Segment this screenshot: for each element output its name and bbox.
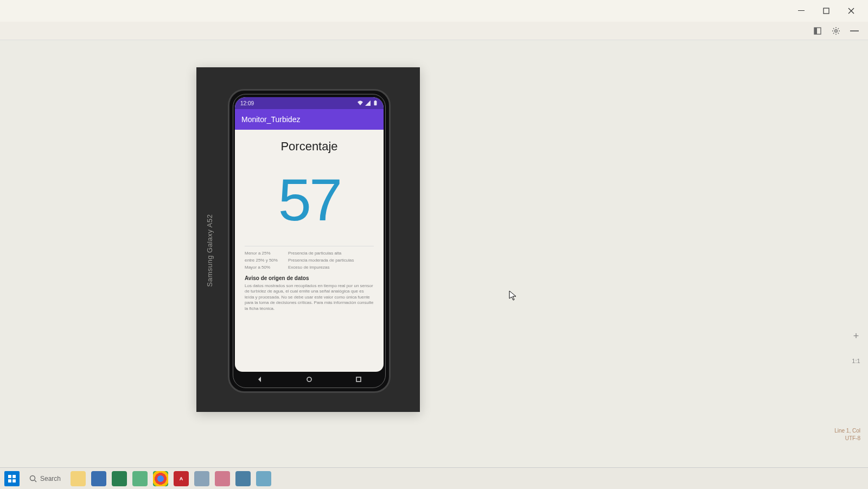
ide-status-text: Line 1, Col UTF-8 bbox=[834, 427, 860, 442]
svg-point-11 bbox=[307, 377, 311, 382]
app-title: Monitor_Turbidez bbox=[241, 115, 300, 124]
taskbar-app-4[interactable] bbox=[194, 471, 209, 486]
legend-table: Menor a 25% Presencia de particulas alta… bbox=[245, 246, 374, 270]
legend-desc: Presencia de particulas alta bbox=[288, 251, 374, 256]
svg-rect-15 bbox=[8, 479, 11, 482]
device-frame: Samsung Galaxy A52 12:09 bbox=[196, 67, 420, 412]
status-time: 12:09 bbox=[240, 100, 254, 106]
svg-rect-10 bbox=[375, 100, 376, 101]
phone-screen: 12:09 Monitor_Turbidez Porcentaje bbox=[235, 97, 384, 372]
battery-icon bbox=[373, 100, 378, 106]
legend-row: Mayor a 50% Exceso de impurezas bbox=[245, 265, 374, 270]
taskbar-app-2[interactable] bbox=[112, 471, 127, 486]
svg-rect-0 bbox=[798, 10, 805, 11]
minimize-panel-icon[interactable] bbox=[845, 23, 864, 39]
taskbar-app-6[interactable] bbox=[235, 471, 251, 486]
preview-stage: Samsung Galaxy A52 12:09 bbox=[0, 40, 868, 467]
device-label: Samsung Galaxy A52 bbox=[206, 214, 214, 287]
taskbar-app-5[interactable] bbox=[215, 471, 230, 486]
svg-rect-1 bbox=[824, 8, 829, 14]
android-statusbar: 12:09 bbox=[235, 97, 384, 109]
home-button[interactable] bbox=[306, 375, 312, 385]
editor-toolbar bbox=[0, 22, 868, 40]
windows-taskbar: Search A bbox=[0, 467, 868, 489]
notice-title: Aviso de origen de datos bbox=[245, 275, 374, 281]
android-navbar bbox=[235, 373, 384, 387]
search-label: Search bbox=[40, 475, 61, 482]
taskbar-app-3[interactable] bbox=[132, 471, 148, 486]
status-icons bbox=[358, 100, 378, 106]
svg-rect-9 bbox=[374, 101, 377, 105]
signal-icon bbox=[365, 100, 371, 106]
svg-point-17 bbox=[30, 475, 35, 480]
settings-icon[interactable] bbox=[827, 23, 845, 39]
phone-side-button bbox=[390, 161, 391, 188]
notice-body: Los datos mostrados son recopilados en t… bbox=[245, 283, 374, 312]
zoom-controls: + 1:1 bbox=[850, 329, 863, 364]
legend-row: entre 25% y 50% Presencia moderada de pa… bbox=[245, 258, 374, 263]
svg-rect-13 bbox=[8, 475, 11, 478]
app-window: Samsung Galaxy A52 12:09 bbox=[0, 0, 868, 489]
ide-status-line: Line 1, Col bbox=[834, 427, 860, 435]
legend-threshold: entre 25% y 50% bbox=[245, 258, 283, 263]
window-titlebar bbox=[0, 0, 868, 22]
taskbar-search[interactable]: Search bbox=[25, 473, 65, 485]
ide-status-encoding: UTF-8 bbox=[834, 435, 860, 442]
back-button[interactable] bbox=[257, 375, 263, 385]
legend-threshold: Mayor a 50% bbox=[245, 265, 283, 270]
app-content: Porcentaje 57 Menor a 25% Presencia de p… bbox=[235, 130, 384, 372]
recents-button[interactable] bbox=[355, 375, 362, 385]
taskbar-app-1[interactable] bbox=[91, 471, 106, 486]
zoom-fit-button[interactable]: 1:1 bbox=[852, 358, 860, 364]
minimize-button[interactable] bbox=[789, 2, 814, 20]
search-icon bbox=[29, 475, 37, 482]
data-origin-notice: Aviso de origen de datos Los datos mostr… bbox=[245, 275, 374, 312]
svg-rect-3 bbox=[814, 28, 817, 34]
legend-threshold: Menor a 25% bbox=[245, 251, 283, 256]
svg-rect-14 bbox=[12, 475, 16, 478]
legend-row: Menor a 25% Presencia de particulas alta bbox=[245, 251, 374, 256]
taskbar-app-chrome[interactable] bbox=[153, 471, 168, 486]
percentage-heading: Porcentaje bbox=[245, 139, 374, 154]
phone-side-button bbox=[390, 199, 391, 243]
legend-desc: Presencia moderada de particulas bbox=[288, 258, 374, 263]
percentage-value: 57 bbox=[245, 170, 374, 230]
zoom-in-button[interactable]: + bbox=[850, 329, 863, 342]
svg-rect-16 bbox=[12, 479, 16, 482]
taskbar-app-7[interactable] bbox=[256, 471, 271, 486]
taskbar-app-explorer[interactable] bbox=[71, 471, 86, 486]
phone-mockup: 12:09 Monitor_Turbidez Porcentaje bbox=[228, 89, 391, 393]
taskbar-app-pdf[interactable]: A bbox=[174, 471, 189, 486]
wifi-icon bbox=[358, 100, 363, 106]
window-mode-icon[interactable] bbox=[808, 23, 827, 39]
app-titlebar: Monitor_Turbidez bbox=[235, 109, 384, 130]
legend-desc: Exceso de impurezas bbox=[288, 265, 374, 270]
start-button[interactable] bbox=[4, 471, 20, 486]
svg-rect-5 bbox=[850, 30, 859, 31]
svg-point-4 bbox=[835, 29, 838, 32]
svg-rect-12 bbox=[356, 377, 361, 382]
maximize-button[interactable] bbox=[814, 2, 839, 20]
close-button[interactable] bbox=[839, 2, 864, 20]
